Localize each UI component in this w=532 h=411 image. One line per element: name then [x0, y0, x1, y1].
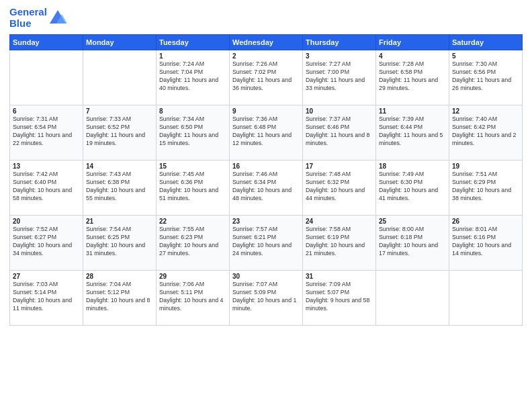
calendar-cell: 20Sunrise: 7:52 AM Sunset: 6:27 PM Dayli… [10, 216, 83, 271]
day-info: Sunrise: 7:52 AM Sunset: 6:27 PM Dayligh… [13, 226, 80, 258]
day-info: Sunrise: 7:06 AM Sunset: 5:11 PM Dayligh… [159, 281, 226, 313]
day-number: 6 [13, 107, 80, 115]
day-info: Sunrise: 7:58 AM Sunset: 6:19 PM Dayligh… [306, 226, 373, 258]
day-info: Sunrise: 7:34 AM Sunset: 6:50 PM Dayligh… [159, 116, 226, 148]
calendar-cell: 14Sunrise: 7:43 AM Sunset: 6:38 PM Dayli… [83, 161, 157, 216]
day-info: Sunrise: 7:40 AM Sunset: 6:42 PM Dayligh… [452, 116, 519, 148]
day-header-tuesday: Tuesday [157, 35, 230, 50]
day-number: 13 [13, 163, 80, 170]
day-header-wednesday: Wednesday [230, 35, 303, 50]
day-number: 15 [159, 163, 226, 170]
calendar-cell: 15Sunrise: 7:45 AM Sunset: 6:36 PM Dayli… [157, 161, 230, 216]
calendar-cell: 31Sunrise: 7:09 AM Sunset: 5:07 PM Dayli… [303, 271, 376, 326]
day-number: 26 [452, 218, 519, 225]
calendar-cell: 30Sunrise: 7:07 AM Sunset: 5:09 PM Dayli… [230, 271, 303, 326]
calendar-cell: 22Sunrise: 7:55 AM Sunset: 6:23 PM Dayli… [157, 216, 230, 271]
calendar-cell: 16Sunrise: 7:46 AM Sunset: 6:34 PM Dayli… [230, 161, 303, 216]
calendar-cell [10, 50, 83, 105]
day-number: 11 [379, 107, 446, 115]
day-header-monday: Monday [83, 35, 157, 50]
calendar-cell [376, 271, 449, 326]
calendar-table: SundayMondayTuesdayWednesdayThursdayFrid… [9, 34, 523, 326]
calendar-cell [449, 271, 523, 326]
day-info: Sunrise: 7:07 AM Sunset: 5:09 PM Dayligh… [232, 281, 300, 313]
day-number: 5 [452, 52, 519, 60]
day-number: 21 [86, 218, 153, 225]
day-number: 30 [232, 273, 300, 280]
day-number: 12 [452, 107, 519, 115]
calendar-cell: 5Sunrise: 7:30 AM Sunset: 6:56 PM Daylig… [449, 50, 523, 105]
calendar-cell: 9Sunrise: 7:36 AM Sunset: 6:48 PM Daylig… [230, 105, 303, 161]
day-info: Sunrise: 7:26 AM Sunset: 7:02 PM Dayligh… [232, 60, 300, 93]
calendar-cell: 10Sunrise: 7:37 AM Sunset: 6:46 PM Dayli… [303, 105, 376, 161]
calendar-cell: 7Sunrise: 7:33 AM Sunset: 6:52 PM Daylig… [83, 105, 157, 161]
week-row-4: 20Sunrise: 7:52 AM Sunset: 6:27 PM Dayli… [10, 216, 523, 271]
day-number: 1 [159, 52, 226, 60]
logo-icon [48, 9, 67, 28]
week-row-5: 27Sunrise: 7:03 AM Sunset: 5:14 PM Dayli… [10, 271, 523, 326]
day-number: 31 [306, 273, 373, 280]
calendar-cell: 1Sunrise: 7:24 AM Sunset: 7:04 PM Daylig… [157, 50, 230, 105]
day-number: 18 [379, 163, 446, 170]
logo-subtext: Blue [9, 18, 47, 30]
calendar-cell: 11Sunrise: 7:39 AM Sunset: 6:44 PM Dayli… [376, 105, 449, 161]
calendar-cell: 13Sunrise: 7:42 AM Sunset: 6:40 PM Dayli… [10, 161, 83, 216]
day-number: 16 [232, 163, 300, 170]
day-info: Sunrise: 7:30 AM Sunset: 6:56 PM Dayligh… [452, 60, 519, 93]
day-number: 25 [379, 218, 446, 225]
day-number: 22 [159, 218, 226, 225]
calendar-cell: 8Sunrise: 7:34 AM Sunset: 6:50 PM Daylig… [157, 105, 230, 161]
day-info: Sunrise: 7:09 AM Sunset: 5:07 PM Dayligh… [306, 281, 373, 313]
day-number: 29 [159, 273, 226, 280]
day-info: Sunrise: 7:48 AM Sunset: 6:32 PM Dayligh… [306, 171, 373, 203]
day-info: Sunrise: 7:27 AM Sunset: 7:00 PM Dayligh… [306, 60, 373, 93]
day-number: 3 [306, 52, 373, 60]
day-number: 23 [232, 218, 300, 225]
day-number: 19 [452, 163, 519, 170]
day-info: Sunrise: 7:43 AM Sunset: 6:38 PM Dayligh… [86, 171, 153, 203]
calendar-body: 1Sunrise: 7:24 AM Sunset: 7:04 PM Daylig… [10, 50, 523, 326]
calendar-cell: 26Sunrise: 8:01 AM Sunset: 6:16 PM Dayli… [449, 216, 523, 271]
calendar-cell [83, 50, 157, 105]
calendar-cell: 23Sunrise: 7:57 AM Sunset: 6:21 PM Dayli… [230, 216, 303, 271]
day-number: 9 [232, 107, 300, 115]
day-info: Sunrise: 7:51 AM Sunset: 6:29 PM Dayligh… [452, 171, 519, 203]
day-number: 10 [306, 107, 373, 115]
week-row-1: 1Sunrise: 7:24 AM Sunset: 7:04 PM Daylig… [10, 50, 523, 105]
day-info: Sunrise: 7:49 AM Sunset: 6:30 PM Dayligh… [379, 171, 446, 203]
day-info: Sunrise: 7:33 AM Sunset: 6:52 PM Dayligh… [86, 116, 153, 148]
day-info: Sunrise: 7:39 AM Sunset: 6:44 PM Dayligh… [379, 116, 446, 148]
day-number: 27 [13, 273, 80, 280]
day-header-thursday: Thursday [303, 35, 376, 50]
logo-text: General [9, 7, 47, 18]
day-header-friday: Friday [376, 35, 449, 50]
day-header-saturday: Saturday [449, 35, 523, 50]
day-info: Sunrise: 7:45 AM Sunset: 6:36 PM Dayligh… [159, 171, 226, 203]
day-info: Sunrise: 7:24 AM Sunset: 7:04 PM Dayligh… [159, 60, 226, 93]
day-info: Sunrise: 8:01 AM Sunset: 6:16 PM Dayligh… [452, 226, 519, 258]
calendar-cell: 25Sunrise: 8:00 AM Sunset: 6:18 PM Dayli… [376, 216, 449, 271]
week-row-2: 6Sunrise: 7:31 AM Sunset: 6:54 PM Daylig… [10, 105, 523, 161]
calendar-cell: 27Sunrise: 7:03 AM Sunset: 5:14 PM Dayli… [10, 271, 83, 326]
day-info: Sunrise: 7:37 AM Sunset: 6:46 PM Dayligh… [306, 116, 373, 148]
day-number: 8 [159, 107, 226, 115]
week-row-3: 13Sunrise: 7:42 AM Sunset: 6:40 PM Dayli… [10, 161, 523, 216]
day-info: Sunrise: 7:55 AM Sunset: 6:23 PM Dayligh… [159, 226, 226, 258]
day-info: Sunrise: 7:46 AM Sunset: 6:34 PM Dayligh… [232, 171, 300, 203]
day-info: Sunrise: 7:03 AM Sunset: 5:14 PM Dayligh… [13, 281, 80, 313]
calendar-cell: 2Sunrise: 7:26 AM Sunset: 7:02 PM Daylig… [230, 50, 303, 105]
day-info: Sunrise: 8:00 AM Sunset: 6:18 PM Dayligh… [379, 226, 446, 258]
calendar-cell: 29Sunrise: 7:06 AM Sunset: 5:11 PM Dayli… [157, 271, 230, 326]
day-number: 4 [379, 52, 446, 60]
calendar-cell: 18Sunrise: 7:49 AM Sunset: 6:30 PM Dayli… [376, 161, 449, 216]
calendar-cell: 24Sunrise: 7:58 AM Sunset: 6:19 PM Dayli… [303, 216, 376, 271]
page-header: General Blue [9, 7, 523, 29]
day-number: 17 [306, 163, 373, 170]
calendar-header-row: SundayMondayTuesdayWednesdayThursdayFrid… [10, 35, 523, 50]
day-info: Sunrise: 7:57 AM Sunset: 6:21 PM Dayligh… [232, 226, 300, 258]
calendar-cell: 12Sunrise: 7:40 AM Sunset: 6:42 PM Dayli… [449, 105, 523, 161]
day-info: Sunrise: 7:42 AM Sunset: 6:40 PM Dayligh… [13, 171, 80, 203]
day-number: 28 [86, 273, 153, 280]
day-header-sunday: Sunday [10, 35, 83, 50]
calendar-cell: 6Sunrise: 7:31 AM Sunset: 6:54 PM Daylig… [10, 105, 83, 161]
